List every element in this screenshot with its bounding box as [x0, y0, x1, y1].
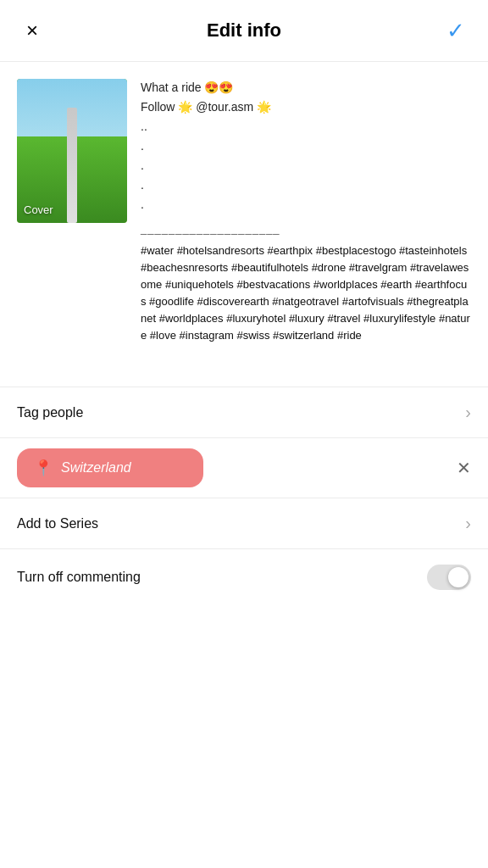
location-pin-icon: 📍	[34, 459, 53, 477]
close-button[interactable]: ×	[17, 15, 47, 46]
cover-image-container[interactable]: Cover	[17, 79, 127, 223]
remove-location-button[interactable]: ✕	[457, 458, 471, 478]
caption-line-5: .	[141, 157, 471, 175]
tag-people-row[interactable]: Tag people ›	[0, 387, 488, 438]
top-section: Cover What a ride 😍😍 Follow 🌟 @tour.asm …	[17, 79, 471, 344]
caption-line-3: ..	[141, 118, 471, 136]
location-tag[interactable]: 📍 Switzerland	[17, 448, 203, 487]
commenting-label: Turn off commenting	[17, 570, 141, 585]
caption-line-7: .	[141, 196, 471, 214]
header: × Edit info ✓	[0, 0, 488, 62]
commenting-toggle[interactable]	[427, 565, 471, 590]
toggle-knob	[448, 567, 469, 587]
location-name: Switzerland	[61, 460, 131, 476]
caption-area[interactable]: What a ride 😍😍 Follow 🌟 @tour.asm 🌟 .. .…	[141, 79, 471, 344]
page-title: Edit info	[207, 19, 281, 42]
caption-line-1: What a ride 😍😍	[141, 79, 471, 97]
confirm-button[interactable]: ✓	[441, 15, 471, 46]
add-to-series-chevron-icon: ›	[465, 514, 471, 533]
check-icon: ✓	[446, 18, 465, 44]
caption-separator: ____________________	[141, 220, 471, 237]
caption-hashtags: #water #hotelsandresorts #earthpix #best…	[141, 242, 471, 345]
add-to-series-label: Add to Series	[17, 516, 98, 531]
caption-line-4: .	[141, 137, 471, 155]
spacer	[0, 361, 488, 387]
commenting-row: Turn off commenting	[0, 549, 488, 605]
cover-image	[17, 79, 127, 223]
caption-line-2: Follow 🌟 @tour.asm 🌟	[141, 98, 471, 116]
location-row: 📍 Switzerland ✕	[0, 438, 488, 498]
caption-line-6: .	[141, 176, 471, 194]
cover-label: Cover	[24, 203, 53, 216]
close-icon: ×	[26, 19, 38, 42]
path-decoration	[67, 108, 77, 223]
content-area: Cover What a ride 😍😍 Follow 🌟 @tour.asm …	[0, 62, 488, 344]
tag-people-chevron-icon: ›	[465, 403, 471, 422]
add-to-series-row[interactable]: Add to Series ›	[0, 498, 488, 549]
tag-people-label: Tag people	[17, 405, 83, 420]
